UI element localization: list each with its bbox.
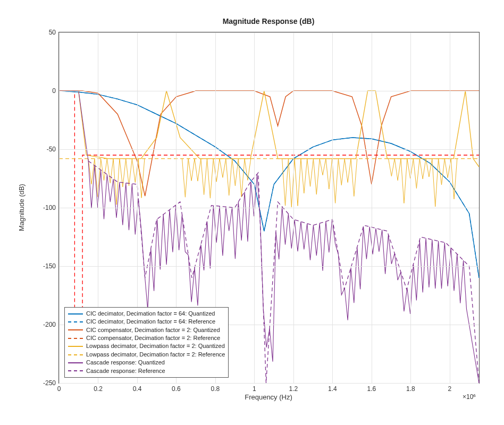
x-tick-label: 0.8	[211, 385, 220, 393]
legend-label: CIC compensator, Decimation factor = 2: …	[86, 326, 220, 334]
chart-title: Magnitude Response (dB)	[58, 17, 478, 26]
legend-swatch	[68, 313, 83, 314]
legend-swatch	[68, 362, 83, 363]
legend-item[interactable]: CIC compensator, Decimation factor = 2: …	[68, 326, 225, 334]
x-axis-label: Frequency (Hz)	[58, 393, 478, 401]
legend-label: CIC decimator, Decimation factor = 64: R…	[86, 318, 215, 326]
legend-item[interactable]: Cascade response: Quantized	[68, 359, 225, 367]
legend-label: CIC decimator, Decimation factor = 64: Q…	[86, 310, 215, 318]
y-tick-label: -250	[43, 379, 56, 387]
legend-label: Cascade response: Quantized	[86, 359, 165, 367]
legend-item[interactable]: Cascade response: Reference	[68, 367, 225, 375]
y-tick-label: -150	[43, 262, 56, 270]
legend-swatch	[68, 346, 83, 347]
legend-item[interactable]: Lowpass decimator, Decimation factor = 2…	[68, 342, 225, 350]
x-axis-exponent: ×10⁶	[463, 393, 476, 401]
figure: Magnitude Response (dB) Magnitude (dB) 0…	[0, 0, 504, 425]
x-tick-label: 1	[253, 385, 256, 393]
legend-item[interactable]: Lowpass decimator, Decimation factor = 2…	[68, 351, 225, 359]
y-tick-label: -100	[43, 204, 56, 211]
chart-axes[interactable]: 00.20.40.60.811.21.41.61.82-250-200-150-…	[58, 32, 480, 384]
x-tick-label: 0.2	[94, 385, 103, 393]
y-tick-label: -50	[47, 146, 56, 153]
x-tick-label: 1.2	[289, 385, 298, 393]
legend-label: CIC compensator, Decimation factor = 2: …	[86, 334, 220, 342]
y-tick-label: -200	[43, 321, 56, 328]
legend-item[interactable]: CIC decimator, Decimation factor = 64: R…	[68, 318, 225, 326]
x-tick-label: 1.8	[406, 385, 415, 393]
legend-swatch	[68, 354, 83, 355]
x-tick-label: 0.4	[133, 385, 142, 393]
y-tick-label: 50	[49, 29, 56, 36]
x-tick-label: 2	[448, 385, 452, 393]
x-tick-label: 0.6	[172, 385, 181, 393]
legend-swatch	[68, 329, 83, 330]
x-tick-label: 0	[57, 385, 61, 393]
x-tick-label: 1.4	[328, 385, 337, 393]
legend-label: Cascade response: Reference	[86, 367, 165, 375]
legend-swatch	[68, 338, 83, 339]
legend-item[interactable]: CIC decimator, Decimation factor = 64: Q…	[68, 310, 225, 318]
legend[interactable]: CIC decimator, Decimation factor = 64: Q…	[64, 307, 229, 378]
y-tick-label: 0	[52, 87, 56, 95]
y-axis-label: Magnitude (dB)	[16, 32, 27, 382]
x-tick-label: 1.6	[367, 385, 376, 393]
legend-swatch	[68, 370, 83, 371]
legend-label: Lowpass decimator, Decimation factor = 2…	[86, 351, 225, 359]
legend-label: Lowpass decimator, Decimation factor = 2…	[86, 342, 225, 350]
legend-item[interactable]: CIC compensator, Decimation factor = 2: …	[68, 334, 225, 342]
legend-swatch	[68, 321, 83, 322]
